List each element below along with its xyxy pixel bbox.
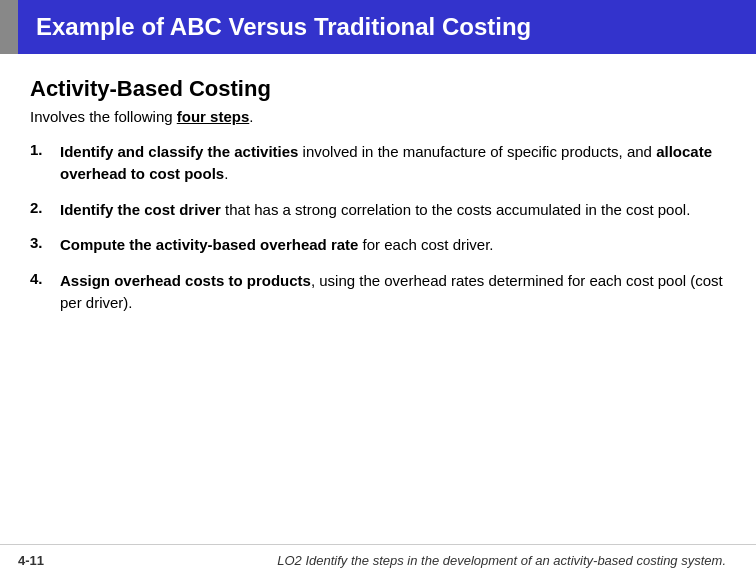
intro-text: Involves the following four steps.	[30, 108, 726, 125]
step-number-2: 2.	[30, 199, 50, 216]
step-item-3: 3. Compute the activity-based overhead r…	[30, 234, 726, 256]
footer-bar: 4-11 LO2 Identify the steps in the devel…	[0, 544, 756, 576]
step-text-3: Compute the activity-based overhead rate…	[60, 234, 493, 256]
steps-list: 1. Identify and classify the activities …	[30, 141, 726, 534]
step2-bold: Identify the cost driver	[60, 201, 221, 218]
step3-bold: Compute the activity-based overhead rate	[60, 236, 358, 253]
section-title: Activity-Based Costing	[30, 76, 726, 102]
content-area: Activity-Based Costing Involves the foll…	[0, 54, 756, 544]
footer-note: LO2 Identify the steps in the developmen…	[277, 553, 726, 568]
step-text-2: Identify the cost driver that has a stro…	[60, 199, 690, 221]
step1-bold1: Identify and classify the activities	[60, 143, 298, 160]
header-accent	[0, 0, 18, 54]
header-title-area: Example of ABC Versus Traditional Costin…	[18, 0, 756, 54]
intro-prefix: Involves the following	[30, 108, 177, 125]
step4-bold: Assign overhead costs to products	[60, 272, 311, 289]
step-item-4: 4. Assign overhead costs to products, us…	[30, 270, 726, 314]
slide-title: Example of ABC Versus Traditional Costin…	[36, 13, 531, 41]
step-item-1: 1. Identify and classify the activities …	[30, 141, 726, 185]
step-item-2: 2. Identify the cost driver that has a s…	[30, 199, 726, 221]
step-text-1: Identify and classify the activities inv…	[60, 141, 726, 185]
step-number-4: 4.	[30, 270, 50, 287]
intro-suffix: .	[249, 108, 253, 125]
header-bar: Example of ABC Versus Traditional Costin…	[0, 0, 756, 54]
step-number-1: 1.	[30, 141, 50, 158]
slide-number: 4-11	[18, 553, 44, 568]
intro-highlight: four steps	[177, 108, 250, 125]
step-number-3: 3.	[30, 234, 50, 251]
slide-container: Example of ABC Versus Traditional Costin…	[0, 0, 756, 576]
step-text-4: Assign overhead costs to products, using…	[60, 270, 726, 314]
